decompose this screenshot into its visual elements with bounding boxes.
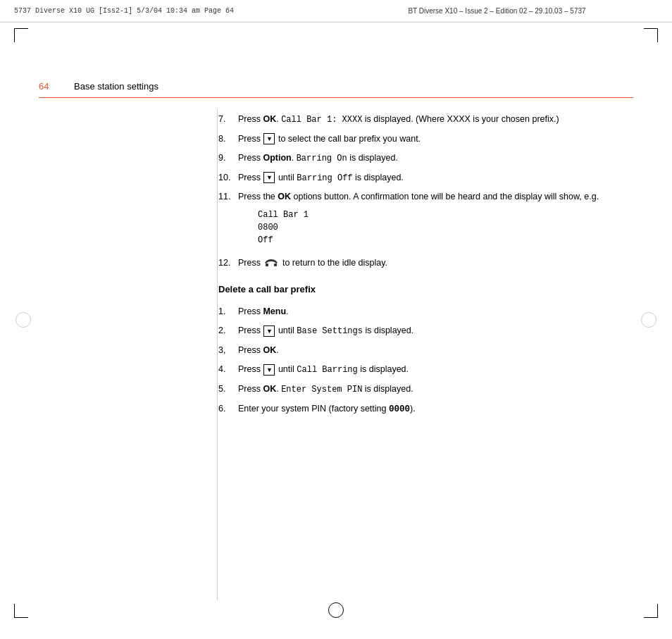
step-b6-num: 6. xyxy=(218,402,238,416)
menu-keyword-b1: Menu xyxy=(263,306,286,316)
step-10-num: 10. xyxy=(218,171,238,185)
step-10-content: Press ▼ until Barring Off is displayed. xyxy=(238,171,633,185)
step-9-mono: Barring On xyxy=(297,154,347,163)
page-header: 64 Base station settings xyxy=(39,81,633,98)
step-b2-mono: Base Settings xyxy=(297,326,363,336)
step-b5-content: Press OK. Enter System PIN is displayed. xyxy=(238,383,633,397)
svg-rect-1 xyxy=(274,263,277,266)
step-10: 10. Press ▼ until Barring Off is display… xyxy=(218,171,633,185)
step-10-mono: Barring Off xyxy=(297,173,352,183)
arrow-down-10: ▼ xyxy=(263,172,275,183)
content-area: 7. Press OK. Call Bar 1: XXXX is display… xyxy=(218,113,633,597)
ok-keyword-11: OK xyxy=(278,192,291,201)
step-b1-num: 1. xyxy=(218,305,238,318)
header-center: BT Diverse X10 – Issue 2 – Edition 02 – … xyxy=(336,7,658,15)
step-12-num: 12. xyxy=(218,256,238,270)
step-12-content: Press to return to the idle display. xyxy=(238,256,633,270)
step-b2-content: Press ▼ until Base Settings is displayed… xyxy=(238,324,633,338)
arrow-down-b2: ▼ xyxy=(263,325,275,337)
step-9-num: 9. xyxy=(218,151,238,165)
end-call-icon xyxy=(264,258,278,268)
steps-top-list: 7. Press OK. Call Bar 1: XXXX is display… xyxy=(218,113,633,270)
corner-bl xyxy=(14,604,28,618)
step-11: 11. Press the OK options button. A confi… xyxy=(218,190,633,250)
page-title: Base station settings xyxy=(74,81,158,92)
step-b5: 5. Press OK. Enter System PIN is display… xyxy=(218,383,633,397)
ok-keyword-b3: OK xyxy=(263,345,276,355)
step-11-content: Press the OK options button. A confirmat… xyxy=(238,190,633,250)
corner-br xyxy=(644,604,658,618)
step-b2: 2. Press ▼ until Base Settings is displa… xyxy=(218,324,633,338)
step-b4: 4. Press ▼ until Call Barring is display… xyxy=(218,363,633,377)
ok-keyword-7: OK xyxy=(263,114,276,124)
ok-keyword-b5: OK xyxy=(263,384,276,394)
arrow-down-b4: ▼ xyxy=(263,364,275,376)
corner-tr xyxy=(644,28,658,42)
step-11-num: 11. xyxy=(218,190,238,204)
step-7-mono: Call Bar 1: XXXX xyxy=(281,115,362,125)
corner-tl xyxy=(14,28,28,42)
step-9: 9. Press Option. Barring On is displayed… xyxy=(218,151,633,166)
step-8-content: Press ▼ to select the call bar prefix yo… xyxy=(238,132,633,146)
step-9-content: Press Option. Barring On is displayed. xyxy=(238,151,633,166)
step-b4-content: Press ▼ until Call Barring is displayed. xyxy=(238,363,633,377)
page: 5737 Diverse X10 UG [Iss2-1] 5/3/04 10:3… xyxy=(0,0,672,639)
step-b1: 1. Press Menu. xyxy=(218,305,633,318)
section-heading-delete: Delete a call bar prefix xyxy=(218,283,633,297)
step-b5-num: 5. xyxy=(218,383,238,396)
page-number: 64 xyxy=(39,81,60,92)
step-8: 8. Press ▼ to select the call bar prefix… xyxy=(218,132,633,146)
step-b1-content: Press Menu. xyxy=(238,305,633,318)
step-b2-num: 2. xyxy=(218,324,238,337)
step-7-num: 7. xyxy=(218,113,238,126)
step-b3-num: 3, xyxy=(218,344,238,357)
header-left: 5737 Diverse X10 UG [Iss2-1] 5/3/04 10:3… xyxy=(14,7,336,15)
step-b6-content: Enter your system PIN (factory setting 0… xyxy=(238,402,633,416)
code-block-11: Call Bar 10800Off xyxy=(258,209,633,247)
step-12: 12. Press to return to the idle display. xyxy=(218,256,633,270)
header-bar: 5737 Diverse X10 UG [Iss2-1] 5/3/04 10:3… xyxy=(0,0,672,23)
step-b4-num: 4. xyxy=(218,363,238,376)
step-b4-mono: Call Barring xyxy=(297,365,357,375)
bottom-circle-decoration xyxy=(328,602,344,618)
step-b5-mono: Enter System PIN xyxy=(281,385,362,395)
step-8-num: 8. xyxy=(218,132,238,146)
step-b3: 3, Press OK. xyxy=(218,344,633,357)
step-7-content: Press OK. Call Bar 1: XXXX is displayed.… xyxy=(238,113,633,127)
svg-rect-0 xyxy=(266,263,268,266)
left-circle-decoration xyxy=(15,312,31,328)
right-circle-decoration xyxy=(641,312,657,328)
step-b3-content: Press OK. xyxy=(238,344,633,357)
vertical-divider xyxy=(217,109,218,600)
step-b6: 6. Enter your system PIN (factory settin… xyxy=(218,402,633,416)
arrow-down-8: ▼ xyxy=(263,133,275,144)
option-keyword-9: Option xyxy=(263,153,291,163)
steps-bottom-list: 1. Press Menu. 2. Press ▼ until Base Set… xyxy=(218,305,633,416)
step-7: 7. Press OK. Call Bar 1: XXXX is display… xyxy=(218,113,633,127)
factory-pin: 0000 xyxy=(389,404,410,414)
